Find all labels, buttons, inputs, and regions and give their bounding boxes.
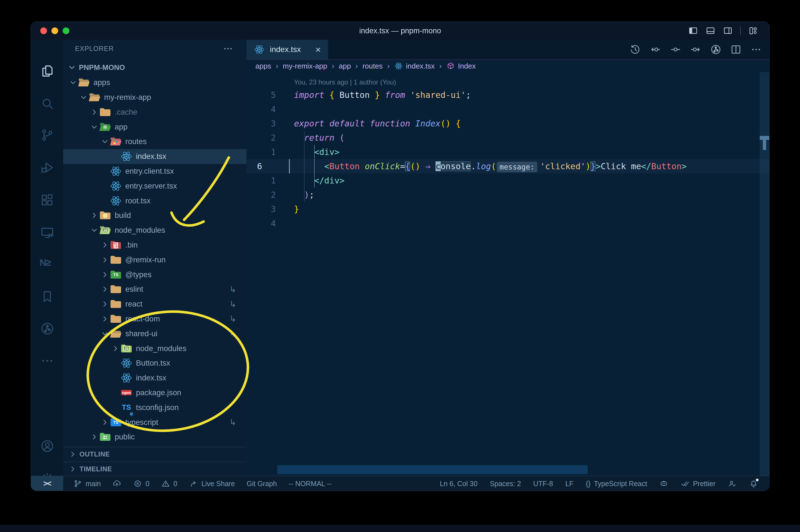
tree-item-button-tsx[interactable]: Button.tsx: [63, 356, 246, 370]
status-notifications[interactable]: [749, 479, 758, 488]
tree-item-my-remix-app[interactable]: my-remix-app: [63, 90, 246, 104]
tree-item-label: node_modules: [115, 226, 165, 235]
split-editor-icon[interactable]: [730, 44, 742, 55]
open-changes-icon[interactable]: [670, 44, 681, 55]
zoom-window-button[interactable]: [63, 27, 69, 34]
status-indentation[interactable]: Spaces: 2: [490, 480, 521, 488]
close-window-button[interactable]: [40, 27, 47, 34]
chevron-right-icon: [90, 211, 98, 219]
breadcrumb-item-app[interactable]: app: [339, 62, 351, 71]
status-label: Prettier: [693, 480, 716, 488]
folder-open-icon: [78, 77, 90, 88]
panel-timeline[interactable]: TIMELINE: [63, 461, 246, 476]
layout-controls: [688, 22, 758, 40]
status-copilot[interactable]: [659, 479, 668, 488]
tree-item-package-json[interactable]: npm package.json: [63, 385, 246, 400]
workspace-section-header[interactable]: PNPM-MONO: [63, 60, 246, 74]
tab-index-tsx[interactable]: index.tsx ×: [246, 40, 328, 59]
ellipsis-icon: [40, 353, 55, 368]
activity-item-bookmarks[interactable]: [31, 284, 63, 309]
layout-sidebar-right-icon[interactable]: [723, 26, 733, 36]
tree-item-build[interactable]: build: [63, 208, 246, 223]
status-eol[interactable]: LF: [565, 480, 573, 488]
horizontal-scrollbar[interactable]: [277, 465, 588, 474]
activity-item-search[interactable]: [31, 91, 63, 116]
tree-item-react[interactable]: react↳: [63, 297, 246, 311]
tree-item-label: root.tsx: [125, 196, 151, 205]
gitlens-codelens[interactable]: You, 23 hours ago | 1 author (You): [246, 77, 769, 88]
status-label: LF: [565, 480, 573, 488]
code-line: 2 return (: [246, 131, 769, 145]
tree-item-app[interactable]: app: [63, 119, 246, 134]
code-editor[interactable]: You, 23 hours ago | 1 author (You) 5impo…: [246, 72, 769, 476]
layout-panel-icon[interactable]: [705, 26, 716, 36]
tree-item-react-dom[interactable]: react-dom↳: [63, 311, 246, 326]
tree-item-label: index.tsx: [136, 374, 167, 382]
activity-item-remote-explorer[interactable]: [31, 221, 63, 246]
breadcrumb-item-my-remix-app[interactable]: my-remix-app: [283, 62, 327, 71]
activity-item-git-graph[interactable]: [31, 316, 63, 341]
layout-customize-icon[interactable]: [748, 26, 758, 36]
tree-item--cache[interactable]: .cache: [63, 104, 246, 119]
tree-item-tsconfig-json[interactable]: TS tsconfig.json: [63, 400, 246, 415]
tree-item-node-modules[interactable]: JS node_modules: [63, 341, 246, 356]
remote-indicator[interactable]: ><: [31, 476, 63, 491]
tree-item--types[interactable]: TS @types: [63, 267, 246, 282]
tree-item--bin[interactable]: 0110 .bin: [63, 238, 246, 252]
tree-item-apps[interactable]: apps: [63, 75, 246, 90]
status-language-mode[interactable]: {}TypeScript React: [586, 480, 647, 488]
tree-item-label: entry.client.tsx: [125, 167, 174, 176]
breadcrumb-item-apps[interactable]: apps: [255, 62, 271, 71]
vertical-scrollbar[interactable]: [760, 72, 769, 476]
breadcrumb-item-index-tsx[interactable]: index.tsx: [394, 61, 435, 71]
status-problems-warnings[interactable]: 0: [161, 479, 177, 488]
status-branch[interactable]: main: [73, 479, 101, 488]
tree-item--remix-run[interactable]: @remix-run: [63, 252, 246, 267]
tree-item-typescript[interactable]: TS typescript↳: [63, 415, 246, 430]
status-git-graph[interactable]: Git Graph: [247, 480, 277, 488]
tree-item-routes[interactable]: routes: [63, 134, 246, 149]
tree-item-index-tsx[interactable]: index.tsx: [63, 370, 246, 385]
views-and-more-actions-button[interactable]: [222, 43, 233, 54]
status-live-share[interactable]: Live Share: [189, 479, 235, 488]
layout-sidebar-left-icon[interactable]: [688, 26, 698, 36]
error-icon: [133, 479, 142, 488]
status-vim-mode[interactable]: -- NORMAL --: [289, 480, 331, 488]
tree-item-entry-server-tsx[interactable]: entry.server.tsx: [63, 178, 246, 193]
activity-item-run-debug[interactable]: [31, 155, 63, 180]
activity-item-extensions[interactable]: [31, 188, 63, 213]
git-graph-icon[interactable]: [710, 44, 722, 55]
files-icon: [40, 64, 55, 79]
ellipsis-icon[interactable]: [750, 44, 762, 55]
status-problems-errors[interactable]: 0: [133, 479, 149, 488]
previous-change-icon[interactable]: [649, 44, 661, 55]
tree-item-index-tsx[interactable]: index.tsx: [63, 149, 246, 164]
history-icon[interactable]: [629, 44, 641, 55]
activity-item-explorer[interactable]: [31, 59, 63, 84]
next-change-icon[interactable]: [690, 44, 702, 55]
breadcrumb-item-routes[interactable]: routes: [363, 62, 383, 71]
folder-types-icon: TS: [110, 269, 122, 280]
panel-outline[interactable]: OUTLINE: [63, 447, 246, 461]
activity-item-more-views[interactable]: [31, 348, 63, 374]
minimize-window-button[interactable]: [52, 27, 58, 34]
status-prettier[interactable]: Prettier: [681, 479, 716, 488]
status-publish[interactable]: [112, 479, 121, 488]
symlink-icon: ↳: [229, 329, 236, 339]
breadcrumb-item-index[interactable]: Index: [446, 61, 476, 71]
tree-item-node-modules[interactable]: JS node_modules: [63, 223, 246, 238]
status-feedback[interactable]: [728, 479, 737, 488]
status-encoding[interactable]: UTF-8: [533, 480, 553, 488]
tree-item-eslint[interactable]: eslint↳: [63, 282, 246, 297]
close-tab-button[interactable]: ×: [315, 45, 321, 54]
tree-item-entry-client-tsx[interactable]: entry.client.tsx: [63, 164, 246, 178]
tree-item-root-tsx[interactable]: root.tsx: [63, 193, 246, 208]
activity-item-source-control[interactable]: [31, 122, 63, 148]
tree-item-label: eslint: [125, 285, 143, 294]
inlay-hint: message:: [497, 162, 537, 172]
tree-item-public[interactable]: public: [63, 430, 246, 444]
activity-item-accounts[interactable]: [31, 434, 63, 459]
activity-item-nx-console[interactable]: N≥: [31, 252, 63, 277]
status-cursor-position[interactable]: Ln 6, Col 30: [440, 480, 477, 488]
tree-item-shared-ui[interactable]: shared-ui↳: [63, 326, 246, 341]
